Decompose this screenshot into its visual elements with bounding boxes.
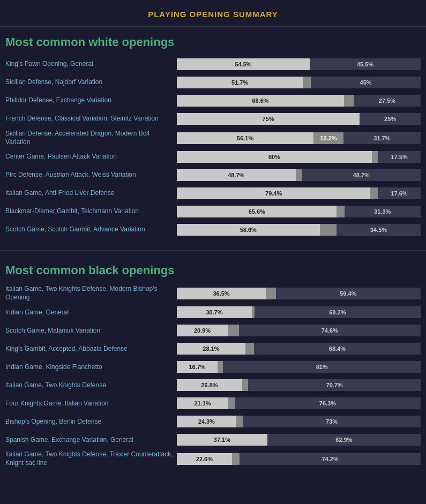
draw-bar bbox=[232, 453, 240, 465]
opening-bar: 51.7%45% bbox=[177, 77, 421, 88]
loss-bar: 48.7% bbox=[302, 169, 421, 181]
opening-name[interactable]: Center Game, Paulsen Attack Variation bbox=[5, 153, 177, 161]
opening-row: Philidor Defense, Exchange Variation68.6… bbox=[5, 93, 421, 108]
win-bar: 56.1% bbox=[177, 132, 313, 144]
black-section-heading: Most common black openings bbox=[5, 264, 421, 277]
opening-row: French Defense, Classical Variation, Ste… bbox=[5, 111, 421, 126]
win-bar: 16.7% bbox=[177, 361, 218, 373]
opening-name[interactable]: Indian Game, General bbox=[5, 309, 177, 317]
opening-bar: 54.5%45.5% bbox=[177, 58, 421, 70]
win-bar: 20.9% bbox=[177, 325, 228, 336]
opening-name[interactable]: Indian Game, Kingside Fianchetto bbox=[5, 363, 177, 372]
opening-row: Italian Game, Two Knights Defense26.8%70… bbox=[5, 378, 421, 393]
opening-name[interactable]: Scotch Game, Scotch Gambit, Advance Vari… bbox=[5, 225, 177, 234]
draw-bar bbox=[236, 416, 243, 427]
win-bar: 28.1% bbox=[177, 343, 245, 355]
loss-bar: 17.6% bbox=[378, 187, 421, 199]
opening-name[interactable]: French Defense, Classical Variation, Ste… bbox=[5, 115, 177, 123]
opening-name[interactable]: Sicilian Defense, Accelerated Dragon, Mo… bbox=[5, 130, 177, 146]
opening-name[interactable]: Bishop's Opening, Berlin Defense bbox=[5, 418, 177, 426]
win-bar: 65.6% bbox=[177, 206, 337, 217]
opening-name[interactable]: Scotch Game, Malaniuk Variation bbox=[5, 327, 177, 335]
opening-bar: 26.8%70.7% bbox=[177, 379, 421, 391]
loss-bar: 68.2% bbox=[255, 306, 421, 318]
draw-bar bbox=[242, 379, 248, 391]
loss-bar: 25% bbox=[360, 113, 421, 125]
opening-row: King's Pawn Opening, General54.5%45.5% bbox=[5, 57, 421, 72]
opening-bar: 24.3%73% bbox=[177, 416, 421, 427]
loss-bar: 62.9% bbox=[267, 434, 421, 446]
win-bar: 51.7% bbox=[177, 77, 303, 88]
opening-bar: 79.4%17.6% bbox=[177, 187, 421, 199]
loss-bar: 31.7% bbox=[343, 132, 421, 144]
loss-bar: 31.3% bbox=[345, 206, 421, 217]
loss-bar: 68.4% bbox=[254, 343, 421, 355]
opening-row: Italian Game, Anti-Fried Liver Defense79… bbox=[5, 186, 421, 201]
opening-row: Four Knights Game, Italian Variation21.1… bbox=[5, 396, 421, 411]
win-bar: 75% bbox=[177, 113, 360, 125]
page-title: PLAYING OPENING SUMMARY bbox=[0, 0, 426, 27]
draw-bar bbox=[320, 224, 337, 236]
opening-bar: 48.7%48.7% bbox=[177, 169, 421, 181]
opening-row: Pirc Defense, Austrian Attack, Weiss Var… bbox=[5, 168, 421, 183]
opening-name[interactable]: Sicilian Defense, Najdorf Variation bbox=[5, 78, 177, 87]
opening-row: Bishop's Opening, Berlin Defense24.3%73% bbox=[5, 414, 421, 429]
opening-row: Indian Game, General30.7%68.2% bbox=[5, 305, 421, 320]
win-bar: 48.7% bbox=[177, 169, 296, 181]
opening-name[interactable]: Italian Game, Two Knights Defense bbox=[5, 381, 177, 390]
win-bar: 24.3% bbox=[177, 416, 236, 427]
draw-bar bbox=[218, 361, 223, 373]
win-bar: 79.4% bbox=[177, 187, 370, 199]
opening-bar: 65.6%31.3% bbox=[177, 206, 421, 217]
opening-name[interactable]: Four Knights Game, Italian Variation bbox=[5, 400, 177, 408]
win-bar: 26.8% bbox=[177, 379, 242, 391]
opening-bar: 22.6%74.2% bbox=[177, 453, 421, 465]
opening-bar: 21.1%76.3% bbox=[177, 397, 421, 409]
opening-bar: 37.1%62.9% bbox=[177, 434, 421, 446]
opening-name[interactable]: King's Gambit, Accepted, Abbazia Defense bbox=[5, 345, 177, 353]
opening-name[interactable]: Philidor Defense, Exchange Variation bbox=[5, 96, 177, 105]
black-openings-section: Most common black openings Italian Game,… bbox=[0, 255, 426, 476]
opening-row: Indian Game, Kingside Fianchetto16.7%81% bbox=[5, 359, 421, 374]
opening-row: Blackmar-Diemer Gambit, Teichmann Variat… bbox=[5, 204, 421, 219]
win-bar: 30.7% bbox=[177, 306, 252, 318]
opening-row: Sicilian Defense, Najdorf Variation51.7%… bbox=[5, 75, 421, 90]
loss-bar: 73% bbox=[243, 416, 421, 427]
opening-name[interactable]: Italian Game, Anti-Fried Liver Defense bbox=[5, 189, 177, 198]
white-section-heading: Most common white openings bbox=[5, 35, 421, 49]
win-bar: 22.6% bbox=[177, 453, 232, 465]
opening-bar: 28.1%68.4% bbox=[177, 343, 421, 355]
loss-bar: 45.5% bbox=[310, 58, 421, 70]
draw-bar: 12.2% bbox=[313, 132, 343, 144]
opening-row: Spanish Game, Exchange Variation, Genera… bbox=[5, 432, 421, 447]
opening-bar: 16.7%81% bbox=[177, 361, 421, 373]
opening-name[interactable]: Blackmar-Diemer Gambit, Teichmann Variat… bbox=[5, 207, 177, 216]
opening-row: Italian Game, Two Knights Defense, Moder… bbox=[5, 285, 421, 302]
opening-row: Center Game, Paulsen Attack Variation80%… bbox=[5, 149, 421, 164]
white-openings-section: Most common white openings King's Pawn O… bbox=[0, 27, 426, 246]
opening-bar: 80%17.5% bbox=[177, 151, 421, 163]
win-bar: 58.6% bbox=[177, 224, 320, 236]
opening-name[interactable]: Spanish Game, Exchange Variation, Genera… bbox=[5, 436, 177, 445]
draw-bar bbox=[372, 151, 378, 163]
win-bar: 37.1% bbox=[177, 434, 267, 446]
opening-name[interactable]: King's Pawn Opening, General bbox=[5, 60, 177, 69]
loss-bar: 45% bbox=[311, 77, 421, 88]
white-openings-list: King's Pawn Opening, General54.5%45.5%Si… bbox=[5, 57, 421, 237]
opening-name[interactable]: Pirc Defense, Austrian Attack, Weiss Var… bbox=[5, 171, 177, 179]
loss-bar: 59.4% bbox=[276, 288, 421, 299]
draw-bar bbox=[296, 169, 302, 181]
opening-row: Scotch Game, Malaniuk Variation20.9%74.6… bbox=[5, 323, 421, 338]
opening-row: Sicilian Defense, Accelerated Dragon, Mo… bbox=[5, 130, 421, 146]
opening-row: Italian Game, Two Knights Defense, Traxl… bbox=[5, 450, 421, 467]
opening-name[interactable]: Italian Game, Two Knights Defense, Traxl… bbox=[5, 450, 177, 467]
loss-bar: 74.6% bbox=[239, 325, 421, 336]
draw-bar bbox=[266, 288, 276, 299]
draw-bar bbox=[370, 187, 378, 199]
opening-name[interactable]: Italian Game, Two Knights Defense, Moder… bbox=[5, 285, 177, 302]
draw-bar bbox=[228, 397, 235, 409]
win-bar: 80% bbox=[177, 151, 372, 163]
draw-bar bbox=[228, 325, 238, 336]
draw-bar bbox=[337, 206, 344, 217]
win-bar: 36.5% bbox=[177, 288, 266, 299]
